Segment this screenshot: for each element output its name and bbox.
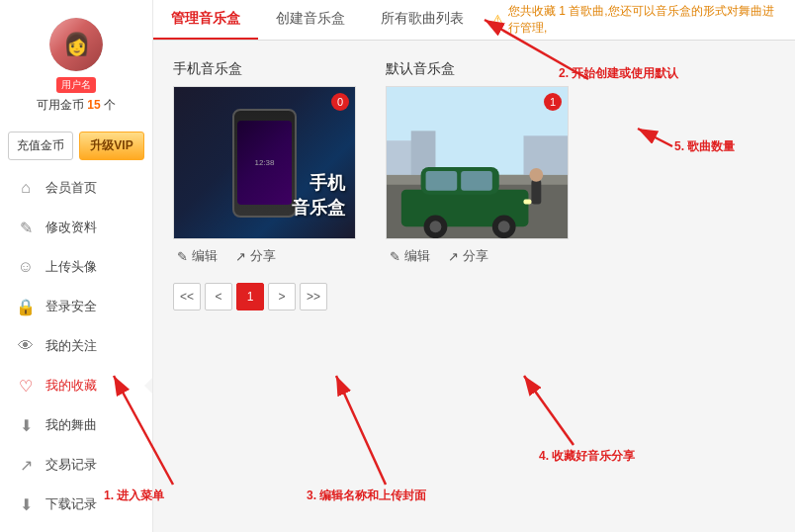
pagination: << < 1 > >> xyxy=(173,273,775,320)
nav-label: 上传头像 xyxy=(45,258,97,276)
share-icon: ↗ xyxy=(235,249,246,264)
music-boxes-container: 手机音乐盒 12:38 手机 音乐盒 xyxy=(173,60,775,273)
svg-rect-14 xyxy=(531,180,541,205)
music-box-phone: 手机音乐盒 12:38 手机 音乐盒 xyxy=(173,60,356,273)
sidebar-item-edit-profile[interactable]: ✎ 修改资料 xyxy=(0,208,152,247)
phone-share-label: 分享 xyxy=(250,247,276,265)
svg-rect-3 xyxy=(523,135,568,175)
car-scene-svg xyxy=(387,86,568,239)
phone-box-count: 0 xyxy=(331,93,349,111)
phone-cover-text: 手机 音乐盒 xyxy=(292,171,345,221)
user-info: 👩 用户名 可用金币 15 个 xyxy=(0,0,152,124)
tab-create[interactable]: 创建音乐盒 xyxy=(258,0,363,40)
lock-icon: 🔒 xyxy=(16,297,36,316)
page-prev-button[interactable]: < xyxy=(205,283,232,310)
nav-label: 下载记录 xyxy=(45,495,97,513)
sidebar-item-transactions[interactable]: ↗ 交易记录 xyxy=(0,445,152,485)
sidebar-item-my-dance[interactable]: ⬇ 我的舞曲 xyxy=(0,405,152,445)
person-icon: ☺ xyxy=(16,257,36,277)
edit-icon: ✎ xyxy=(177,249,188,264)
phone-time: 12:38 xyxy=(254,158,274,167)
tab-all-songs[interactable]: 所有歌曲列表 xyxy=(363,0,482,40)
svg-point-15 xyxy=(529,168,543,182)
svg-rect-16 xyxy=(523,200,531,205)
tab-notice: ⚠ 您共收藏 1 首歌曲,您还可以音乐盒的形式对舞曲进行管理, xyxy=(482,3,795,37)
eye-icon: 👁 xyxy=(16,336,36,356)
username-badge: 用户名 xyxy=(56,77,96,93)
sidebar-item-login-security[interactable]: 🔒 登录安全 xyxy=(0,287,152,326)
warning-icon: ⚠ xyxy=(491,12,504,28)
sidebar-buttons: 充值金币 升级VIP xyxy=(0,124,152,160)
music-box-default: 默认音乐盒 xyxy=(386,60,569,273)
sidebar-item-member-home[interactable]: ⌂ 会员首页 xyxy=(0,168,152,208)
home-icon: ⌂ xyxy=(16,178,36,198)
nav-label: 我的收藏 xyxy=(45,377,97,395)
avatar-image: 👩 xyxy=(49,18,103,71)
phone-device: 12:38 xyxy=(232,109,297,218)
phone-cover-bg: 12:38 手机 音乐盒 xyxy=(174,87,355,238)
download-icon: ⬇ xyxy=(16,415,36,435)
cloud-download-icon: ⬇ xyxy=(16,494,36,514)
sidebar: 👩 用户名 可用金币 15 个 充值金币 升级VIP ⌂ 会员首页 xyxy=(0,0,153,532)
default-box-title: 默认音乐盒 xyxy=(386,60,569,78)
page-first-button[interactable]: << xyxy=(173,283,201,310)
top-tabs: 管理音乐盒 创建音乐盒 所有歌曲列表 ⚠ 您共收藏 1 首歌曲,您还可以音乐盒的… xyxy=(153,0,795,41)
default-edit-link[interactable]: ✎ 编辑 xyxy=(390,247,430,265)
default-box-count: 1 xyxy=(544,93,562,111)
sidebar-item-my-follows[interactable]: 👁 我的关注 xyxy=(0,326,152,366)
phone-screen: 12:38 xyxy=(237,121,292,205)
avatar: 👩 xyxy=(49,18,103,71)
nav-label: 我的关注 xyxy=(45,337,97,355)
phone-edit-label: 编辑 xyxy=(192,247,218,265)
sidebar-item-downloads[interactable]: ⬇ 下载记录 xyxy=(0,485,152,524)
default-box-cover[interactable]: 1 xyxy=(386,86,569,239)
svg-point-13 xyxy=(498,221,510,232)
nav-label: 登录安全 xyxy=(45,298,97,315)
content-area: 手机音乐盒 12:38 手机 音乐盒 xyxy=(153,41,795,532)
notice-text: 您共收藏 1 首歌曲,您还可以音乐盒的形式对舞曲进行管理, xyxy=(508,3,785,37)
tab-manage[interactable]: 管理音乐盒 xyxy=(153,0,258,40)
coins-label: 可用金币 xyxy=(37,98,84,112)
coins-unit: 个 xyxy=(104,98,116,112)
page-current-button[interactable]: 1 xyxy=(236,283,264,310)
heart-icon: ♡ xyxy=(16,376,36,396)
nav-label: 会员首页 xyxy=(45,179,97,197)
sidebar-item-upload-avatar[interactable]: ☺ 上传头像 xyxy=(0,247,152,287)
phone-share-link[interactable]: ↗ 分享 xyxy=(235,247,276,265)
edit-icon: ✎ xyxy=(16,218,36,237)
recharge-button[interactable]: 充值金币 xyxy=(8,132,73,160)
vip-button[interactable]: 升级VIP xyxy=(79,132,144,160)
phone-edit-link[interactable]: ✎ 编辑 xyxy=(177,247,218,265)
coins-count: 15 xyxy=(87,98,100,112)
default-box-actions: ✎ 编辑 ↗ 分享 xyxy=(386,239,569,273)
share-icon: ↗ xyxy=(448,249,459,264)
nav-label: 我的舞曲 xyxy=(45,416,97,434)
edit-icon: ✎ xyxy=(390,249,400,264)
phone-box-cover[interactable]: 12:38 手机 音乐盒 0 xyxy=(173,86,356,239)
car-scene xyxy=(387,87,568,238)
svg-point-11 xyxy=(430,221,442,232)
coins-row: 可用金币 15 个 xyxy=(37,97,116,114)
page-next-button[interactable]: > xyxy=(268,283,296,310)
svg-rect-8 xyxy=(426,171,458,191)
chart-icon: ↗ xyxy=(16,455,36,475)
page-last-button[interactable]: >> xyxy=(300,283,327,310)
main-content: 管理音乐盒 创建音乐盒 所有歌曲列表 ⚠ 您共收藏 1 首歌曲,您还可以音乐盒的… xyxy=(153,0,795,532)
sidebar-nav: ⌂ 会员首页 ✎ 修改资料 ☺ 上传头像 🔒 登录安全 👁 我的关注 xyxy=(0,160,152,532)
svg-rect-9 xyxy=(461,171,492,191)
phone-box-actions: ✎ 编辑 ↗ 分享 xyxy=(173,239,356,273)
default-share-link[interactable]: ↗ 分享 xyxy=(448,247,488,265)
nav-label: 修改资料 xyxy=(45,219,97,236)
sidebar-item-my-collections[interactable]: ♡ 我的收藏 xyxy=(0,366,152,405)
nav-label: 交易记录 xyxy=(45,456,97,474)
phone-box-title: 手机音乐盒 xyxy=(173,60,356,78)
page-wrapper: 👩 用户名 可用金币 15 个 充值金币 升级VIP ⌂ 会员首页 xyxy=(0,0,795,532)
default-share-label: 分享 xyxy=(463,247,488,265)
default-edit-label: 编辑 xyxy=(404,247,430,265)
